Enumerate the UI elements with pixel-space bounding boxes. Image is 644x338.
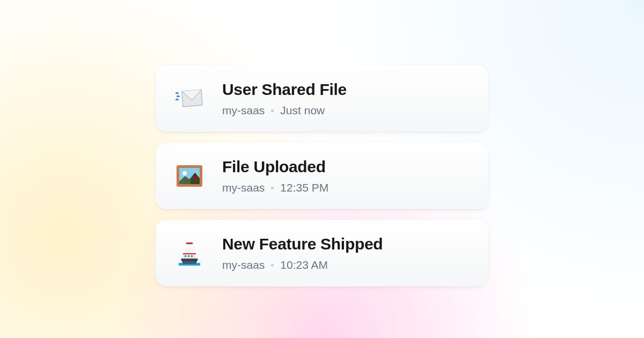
notification-card[interactable]: User Shared File my-saas Just now bbox=[156, 65, 488, 132]
notification-meta: my-saas 12:35 PM bbox=[222, 181, 328, 194]
separator-dot bbox=[271, 264, 274, 267]
svg-rect-6 bbox=[193, 176, 197, 180]
notification-title: File Uploaded bbox=[222, 158, 328, 176]
notification-meta: my-saas 10:23 AM bbox=[222, 259, 383, 271]
notification-card[interactable]: File Uploaded my-saas 12:35 PM bbox=[156, 143, 488, 209]
svg-rect-15 bbox=[183, 253, 196, 254]
svg-rect-10 bbox=[186, 244, 193, 248]
svg-rect-2 bbox=[175, 99, 179, 100]
notification-title: New Feature Shipped bbox=[222, 235, 383, 253]
ship-icon bbox=[175, 239, 204, 268]
svg-rect-1 bbox=[177, 95, 180, 97]
notification-project: my-saas bbox=[222, 181, 265, 194]
notification-time: 10:23 AM bbox=[280, 259, 328, 271]
notification-title: User Shared File bbox=[222, 80, 347, 99]
svg-rect-12 bbox=[185, 255, 186, 257]
notification-time: Just now bbox=[280, 104, 325, 117]
picture-icon bbox=[175, 161, 204, 190]
notification-project: my-saas bbox=[222, 259, 265, 271]
svg-rect-14 bbox=[191, 255, 193, 257]
notification-time: 12:35 PM bbox=[280, 181, 328, 194]
separator-dot bbox=[271, 109, 274, 112]
notification-content: New Feature Shipped my-saas 10:23 AM bbox=[222, 235, 383, 271]
notification-content: User Shared File my-saas Just now bbox=[222, 80, 347, 117]
notification-content: File Uploaded my-saas 12:35 PM bbox=[222, 158, 328, 194]
notification-card[interactable]: New Feature Shipped my-saas 10:23 AM bbox=[156, 220, 488, 286]
separator-dot bbox=[271, 187, 274, 189]
notification-project: my-saas bbox=[222, 104, 265, 117]
notification-list: User Shared File my-saas Just now File U… bbox=[0, 0, 644, 286]
svg-rect-9 bbox=[185, 248, 194, 253]
notification-meta: my-saas Just now bbox=[222, 104, 347, 117]
svg-point-5 bbox=[182, 171, 187, 175]
svg-rect-11 bbox=[186, 243, 193, 244]
svg-rect-0 bbox=[175, 92, 179, 94]
envelope-icon bbox=[175, 84, 204, 113]
svg-rect-13 bbox=[188, 255, 189, 257]
